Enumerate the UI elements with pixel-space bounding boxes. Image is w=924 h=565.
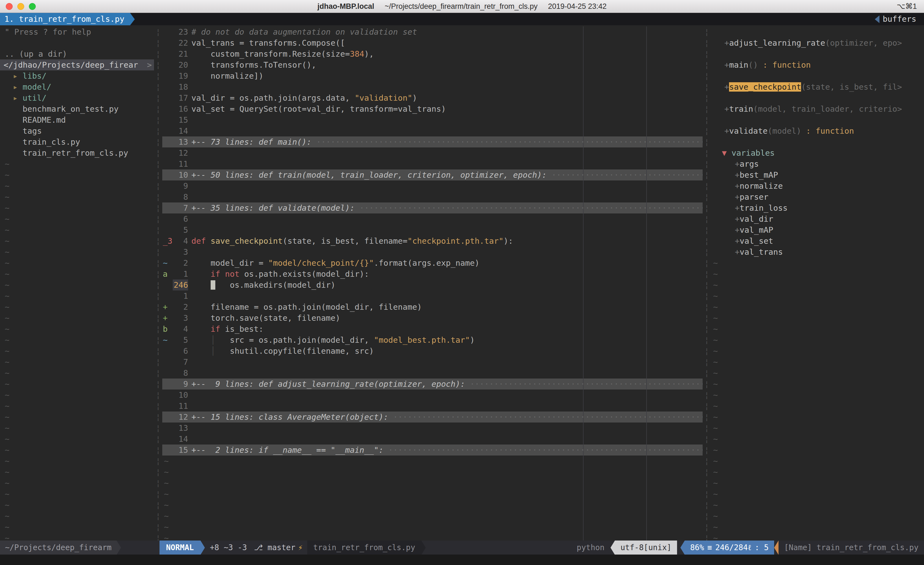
tagbar-variable[interactable]: +train_loss [711,203,924,213]
chevron-left-icon [875,15,879,23]
code-line[interactable]: 9 [162,180,703,191]
code-line[interactable]: 22val_trans = transforms.Compose([ [162,38,703,48]
code-line[interactable]: +2 filename = os.path.join(model_dir, fi… [162,302,703,313]
menubar-status-item[interactable]: ⌥⌘1 [897,2,917,11]
tag-expand-icon: + [735,170,740,180]
sign-column-cell [162,147,173,158]
tree-item-dir[interactable]: ▸ model/ [0,81,154,92]
fold-line[interactable]: 9+-- 9 lines: def adjust_learning_rate(o… [162,379,703,389]
fold-line[interactable]: 10+-- 50 lines: def train(model, train_l… [162,170,703,180]
code-line[interactable]: 16val_set = QuerySet(root=val_dir, trans… [162,104,703,114]
tree-tilde-row: ~ [0,236,154,246]
tagbar-variable[interactable]: +best_mAP [711,170,924,180]
code-line[interactable]: 13 [162,422,703,434]
code-line[interactable]: 8 [162,191,703,203]
separator-glyph: ¦ [703,81,711,92]
tree-up-dir[interactable]: .. (up a dir) [0,48,154,59]
code-line[interactable]: 15 [162,114,703,125]
sign-column-cell [162,356,173,368]
code-token: val_trans = transforms.Compose([ [191,38,345,48]
tree-root-path: </jdhao/Projects/deep_firear [4,60,138,70]
tagbar-variable[interactable]: +val_set [711,236,924,246]
tagbar-function[interactable]: +adjust_learning_rate(optimizer, epo> [711,38,924,48]
code-line[interactable]: 14 [162,125,703,137]
separator-glyph: ¦ [703,499,711,511]
line-number: 20 [173,59,188,71]
code-line[interactable]: _34def save_checkpoint(state, is_best, f… [162,236,703,246]
code-line[interactable]: 7 [162,356,703,368]
tagbar-variable[interactable]: +val_mAP [711,224,924,236]
code-line[interactable]: ~5 │ src = os.path.join(model_dir, "mode… [162,335,703,346]
fold-line[interactable]: 13+-- 73 lines: def main(): ············… [162,137,703,147]
triangle-down-icon: ▼ [722,148,732,158]
tree-item-file[interactable]: README.md [0,114,154,125]
tree-tilde-row: ~ [0,422,154,434]
fold-line[interactable]: 12+-- 15 lines: class AverageMeter(objec… [162,412,703,422]
code-line[interactable]: 18 [162,81,703,92]
code-line[interactable]: 23# do not do data augmentation on valid… [162,26,703,38]
code-line[interactable]: 19 normalize]) [162,71,703,81]
tag-name: main [729,60,748,70]
code-line[interactable]: 8 [162,368,703,379]
fold-line[interactable]: 7+-- 35 lines: def validate(model): ····… [162,203,703,213]
code-line[interactable]: 6 [162,213,703,224]
tab-active[interactable]: 1. train_retr_from_cls.py [0,13,130,25]
line-number: 2 [173,302,188,313]
code-line[interactable]: 21 custom_transform.Resize(size=384), [162,48,703,59]
zoom-button[interactable] [29,3,36,10]
code-line[interactable]: 246 os.makedirs(model_dir) [162,279,703,290]
tagbar-function[interactable]: +validate(model) : function [711,125,924,137]
code-line[interactable]: 17val_dir = os.path.join(args.data, "val… [162,92,703,104]
tagbar-function[interactable]: +save_checkpoint(state, is_best, fil> [711,81,924,92]
tree-item-file[interactable]: tags [0,125,154,137]
separator-glyph: ¦ [703,203,711,213]
tagbar-function[interactable]: +main() : function [711,59,924,71]
minimize-button[interactable] [17,3,24,10]
tree-item-dir[interactable]: ▸ util/ [0,92,154,104]
tree-item-file[interactable]: train_retr_from_cls.py [0,147,154,158]
tagbar-function[interactable]: +train(model, train_loader, criterio> [711,104,924,114]
code-line[interactable]: 12 [162,147,703,158]
code-text: model_dir = "model/check_point/{}".forma… [191,257,703,269]
separator-glyph: ¦ [703,313,711,323]
fold-line[interactable]: 15+-- 2 lines: if __name__ == "__main__"… [162,445,703,455]
code-line[interactable]: 11 [162,158,703,170]
code-token: # do not do data augmentation on validat… [191,27,417,37]
line-number: 1 [173,290,188,302]
code-line[interactable]: 10 [162,389,703,401]
fold-label: +-- 2 lines: if __name__ == "__main__": [191,445,383,455]
sign-column-cell [162,346,173,356]
tagbar-variable[interactable]: +val_trans [711,246,924,257]
sign-column-cell: _3 [162,236,173,246]
powerline-arrow-icon [201,541,205,554]
tree-root[interactable]: </jdhao/Projects/deep_firear> [0,59,154,71]
close-button[interactable] [6,3,13,10]
tagbar-variable[interactable]: +args [711,158,924,170]
code-line[interactable]: +3 torch.save(state, filename) [162,313,703,323]
buffers-label[interactable]: buffers [883,13,924,25]
code-line[interactable]: b4 if is_best: [162,323,703,335]
code-line[interactable]: 14 [162,434,703,445]
code-line[interactable]: 3 [162,246,703,257]
tree-item-dir[interactable]: ▸ libs/ [0,71,154,81]
tree-item-file[interactable]: train_cls.py [0,137,154,147]
tree-help-line: " Press ? for help [0,26,154,38]
tagbar-variable[interactable]: +parser [711,191,924,203]
code-line[interactable]: 11 [162,401,703,412]
code-line[interactable]: a1 if not os.path.exists(model_dir): [162,269,703,279]
tagbar-variable[interactable]: +normalize [711,180,924,191]
column-position: : 5 [755,543,769,552]
command-line[interactable] [0,554,924,565]
tagbar-kind-header[interactable]: ▼ variables [711,147,924,158]
code-line[interactable]: ~2 model_dir = "model/check_point/{}".fo… [162,257,703,269]
code-line[interactable]: 5 [162,224,703,236]
code-text: # do not do data augmentation on validat… [191,26,703,38]
fold-fill: ········································… [465,379,703,389]
code-line[interactable]: 20 transforms.ToTensor(), [162,59,703,71]
tagbar-variable[interactable]: +val_dir [711,213,924,224]
separator-glyph: ¦ [703,224,711,236]
tree-item-file[interactable]: benchmark_on_test.py [0,104,154,114]
code-line[interactable]: 6 │ shutil.copyfile(filename, src) [162,346,703,356]
code-line[interactable]: 1 [162,290,703,302]
code-token [191,335,211,345]
